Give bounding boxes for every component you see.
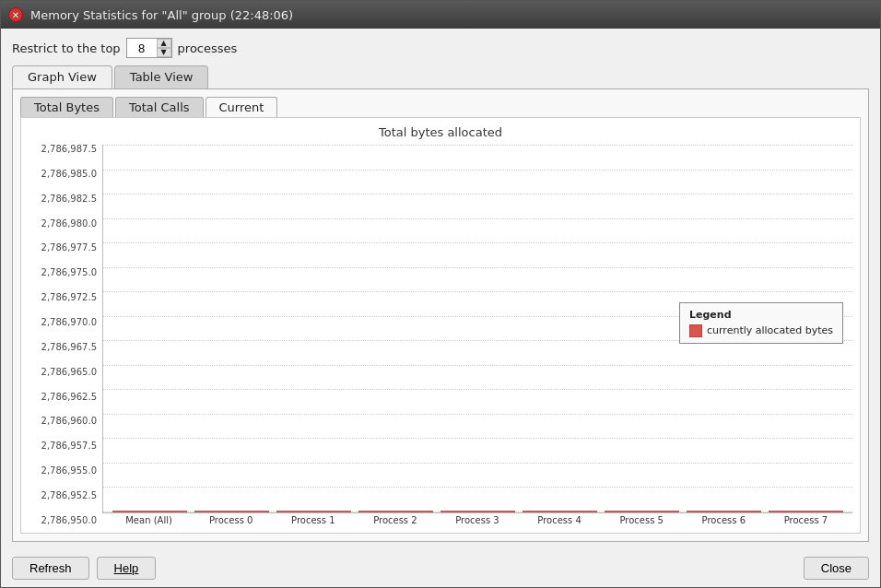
content-area: Restrict to the top ▲ ▼ processes Graph … bbox=[1, 29, 880, 549]
top-controls: Restrict to the top ▲ ▼ processes bbox=[12, 38, 869, 58]
legend-item: currently allocated bytes bbox=[689, 324, 833, 337]
y-axis-label: 2,786,950.0 bbox=[41, 516, 97, 525]
x-axis-label: Process 7 bbox=[769, 515, 843, 525]
main-window: ✕ Memory Statistics for "All" group (22:… bbox=[0, 0, 881, 588]
legend-item-label: currently allocated bytes bbox=[707, 324, 833, 336]
help-label: Help bbox=[114, 561, 139, 575]
bar-group bbox=[687, 511, 761, 512]
tab-graph-view[interactable]: Graph View bbox=[12, 65, 112, 88]
bar-group bbox=[194, 511, 269, 512]
main-panel: Total Bytes Total Calls Current Total by… bbox=[12, 88, 869, 542]
y-axis-label: 2,786,960.0 bbox=[41, 417, 97, 426]
bar bbox=[194, 511, 269, 512]
x-axis-label: Process 5 bbox=[605, 515, 679, 525]
window-title: Memory Statistics for "All" group (22:48… bbox=[30, 8, 293, 22]
bar-group bbox=[605, 511, 679, 512]
bar bbox=[523, 511, 597, 512]
restrict-label: Restrict to the top bbox=[12, 41, 121, 55]
y-axis-label: 2,786,982.5 bbox=[41, 194, 97, 204]
legend-title: Legend bbox=[689, 309, 833, 321]
legend-box: Legend currently allocated bytes bbox=[679, 302, 843, 344]
bar bbox=[358, 511, 433, 512]
refresh-button[interactable]: Refresh bbox=[12, 557, 89, 580]
bar-group bbox=[769, 511, 843, 512]
spinner-input[interactable] bbox=[127, 39, 157, 57]
close-icon[interactable]: ✕ bbox=[8, 7, 23, 22]
x-axis-label: Mean (All) bbox=[112, 515, 186, 525]
sub-tab-bar: Total Bytes Total Calls Current bbox=[20, 97, 861, 117]
y-axis-label: 2,786,972.5 bbox=[41, 293, 97, 302]
y-axis-label: 2,786,980.0 bbox=[41, 219, 97, 229]
chart-area: Total bytes allocated 2,786,987.52,786,9… bbox=[20, 117, 861, 534]
bar bbox=[769, 511, 843, 512]
processes-label: processes bbox=[178, 41, 238, 55]
y-axis-label: 2,786,985.0 bbox=[41, 170, 97, 179]
tab-total-calls[interactable]: Total Calls bbox=[115, 97, 204, 117]
y-axis-label: 2,786,962.5 bbox=[41, 393, 97, 402]
titlebar: ✕ Memory Statistics for "All" group (22:… bbox=[1, 1, 880, 29]
spinner-down-button[interactable]: ▼ bbox=[157, 48, 171, 57]
bar-group bbox=[112, 511, 187, 512]
y-axis-label: 2,786,987.5 bbox=[41, 145, 97, 154]
bar-group bbox=[440, 511, 515, 512]
x-axis-label: Process 4 bbox=[523, 515, 597, 525]
spinner-buttons: ▲ ▼ bbox=[157, 39, 171, 57]
bar-group bbox=[276, 511, 351, 512]
y-axis-label: 2,786,965.0 bbox=[41, 368, 97, 377]
y-axis-label: 2,786,957.5 bbox=[41, 441, 97, 451]
bar bbox=[605, 511, 679, 512]
x-axis-label: Process 2 bbox=[358, 515, 432, 525]
help-button[interactable]: Help bbox=[97, 557, 157, 580]
x-axis-label: Process 0 bbox=[194, 515, 268, 525]
bar bbox=[440, 511, 515, 512]
y-axis-label: 2,786,970.0 bbox=[41, 318, 97, 327]
chart-title: Total bytes allocated bbox=[29, 125, 852, 139]
y-axis-label: 2,786,955.0 bbox=[41, 466, 97, 476]
chart-body: 2,786,987.52,786,985.02,786,982.52,786,9… bbox=[29, 145, 852, 525]
bar-group bbox=[523, 511, 597, 512]
y-axis-label: 2,786,975.0 bbox=[41, 268, 97, 277]
process-count-spinner[interactable]: ▲ ▼ bbox=[126, 38, 172, 58]
y-axis: 2,786,987.52,786,985.02,786,982.52,786,9… bbox=[29, 145, 102, 525]
y-axis-label: 2,786,952.5 bbox=[41, 491, 97, 500]
y-axis-label: 2,786,967.5 bbox=[41, 343, 97, 352]
bar bbox=[687, 511, 761, 512]
x-axis-label: Process 6 bbox=[687, 515, 761, 525]
tab-total-bytes[interactable]: Total Bytes bbox=[20, 97, 113, 117]
close-button[interactable]: Close bbox=[804, 557, 869, 580]
y-axis-label: 2,786,977.5 bbox=[41, 243, 97, 253]
main-tab-bar: Graph View Table View bbox=[12, 65, 869, 88]
bottom-bar: Refresh Help Close bbox=[1, 549, 880, 587]
tab-current[interactable]: Current bbox=[206, 97, 278, 117]
x-axis-label: Process 3 bbox=[440, 515, 514, 525]
legend-color-swatch bbox=[689, 324, 702, 337]
bottom-left-buttons: Refresh Help bbox=[12, 557, 156, 580]
bar-group bbox=[358, 511, 433, 512]
tab-table-view[interactable]: Table View bbox=[114, 65, 209, 88]
x-labels: Mean (All)Process 0Process 1Process 2Pro… bbox=[102, 515, 852, 525]
bar bbox=[276, 511, 351, 512]
bar bbox=[112, 511, 187, 512]
spinner-up-button[interactable]: ▲ bbox=[157, 39, 171, 48]
x-axis-label: Process 1 bbox=[276, 515, 350, 525]
